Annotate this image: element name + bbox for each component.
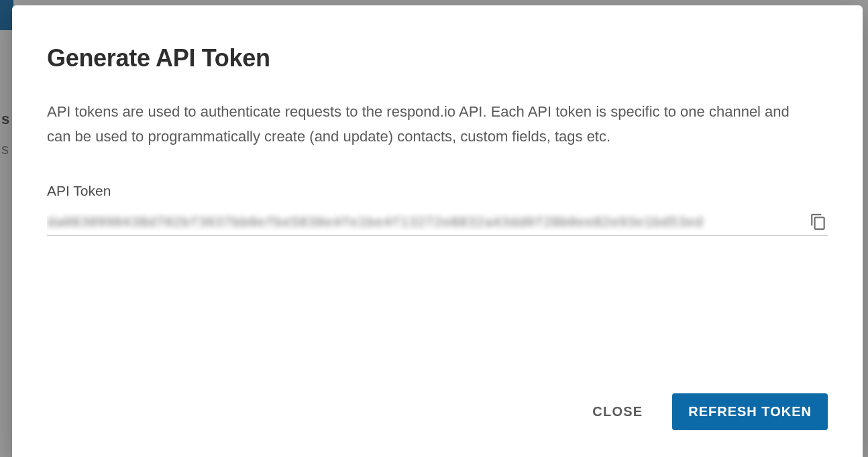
modal-title: Generate API Token [47, 44, 828, 72]
api-token-value[interactable]: da0830990438d702bf3037bb0efbe5830e4fe1be… [47, 213, 804, 231]
api-token-field: da0830990438d702bf3037bb0efbe5830e4fe1be… [47, 212, 828, 236]
close-button[interactable]: CLOSE [587, 396, 648, 428]
modal-actions: CLOSE REFRESH TOKEN [47, 320, 828, 430]
generate-api-token-modal: Generate API Token API tokens are used t… [12, 5, 863, 457]
background-text: s [1, 111, 9, 128]
copy-icon[interactable] [809, 212, 828, 231]
api-token-label: API Token [47, 183, 828, 199]
background-text: s [1, 141, 9, 158]
modal-description: API tokens are used to authenticate requ… [47, 99, 805, 149]
background-fragment [0, 0, 13, 30]
api-token-text: da0830990438d702bf3037bb0efbe5830e4fe1be… [47, 213, 804, 231]
refresh-token-button[interactable]: REFRESH TOKEN [672, 393, 828, 430]
